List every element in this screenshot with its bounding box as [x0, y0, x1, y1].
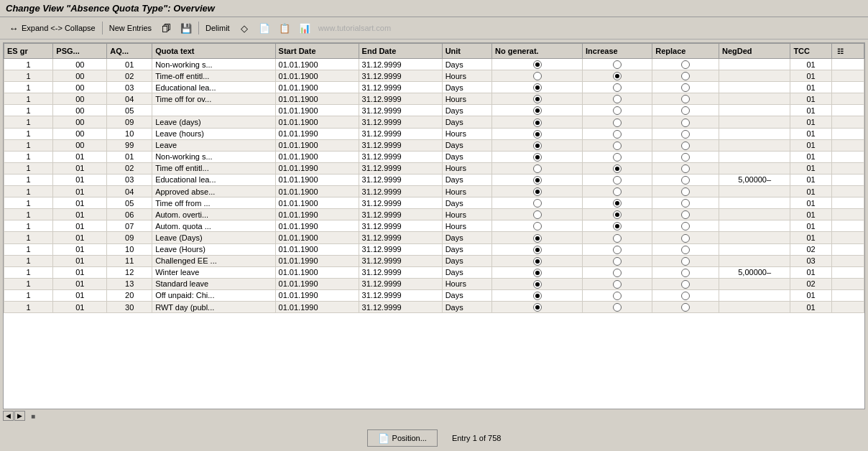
- radio-button[interactable]: [533, 292, 542, 300]
- radio-button[interactable]: [613, 246, 622, 254]
- radio-button[interactable]: [681, 118, 690, 127]
- radio-button[interactable]: [681, 106, 690, 115]
- radio-button[interactable]: [681, 257, 690, 266]
- col-psg[interactable]: PSG...: [53, 44, 107, 59]
- col-settings-icon[interactable]: ☷: [835, 45, 846, 57]
- radio-button[interactable]: [533, 199, 542, 208]
- table-row[interactable]: 10001Non-working s...01.01.190031.12.999…: [4, 59, 864, 70]
- radio-button[interactable]: [613, 257, 622, 266]
- radio-button[interactable]: [681, 141, 690, 150]
- save-icon-button[interactable]: 💾: [177, 20, 195, 36]
- radio-button[interactable]: [533, 303, 542, 312]
- radio-button[interactable]: [613, 141, 622, 150]
- col-increase[interactable]: Increase: [583, 44, 652, 59]
- table-row[interactable]: 10103Educational lea...01.01.190031.12.9…: [4, 174, 864, 185]
- radio-button[interactable]: [533, 269, 542, 277]
- radio-button[interactable]: [613, 164, 622, 173]
- radio-button[interactable]: [533, 187, 542, 196]
- col-tcc[interactable]: TCC: [790, 44, 831, 59]
- radio-button[interactable]: [613, 199, 622, 208]
- radio-button[interactable]: [533, 60, 542, 69]
- radio-button[interactable]: [533, 118, 542, 127]
- radio-button[interactable]: [533, 141, 542, 150]
- table-row[interactable]: 10002Time-off entitl...01.01.190031.12.9…: [4, 70, 864, 82]
- tool2-button[interactable]: 📄: [255, 20, 274, 36]
- col-es-gr[interactable]: ES gr: [4, 44, 53, 59]
- radio-button[interactable]: [613, 280, 622, 289]
- radio-button[interactable]: [533, 130, 542, 139]
- radio-button[interactable]: [681, 303, 690, 312]
- radio-button[interactable]: [681, 176, 690, 185]
- col-quota-text[interactable]: Quota text: [152, 44, 275, 59]
- table-row[interactable]: 10099Leave01.01.190031.12.9999Days01: [4, 139, 864, 151]
- tool1-button[interactable]: ◇: [235, 20, 254, 36]
- tool3-button[interactable]: 📋: [275, 20, 294, 36]
- table-row[interactable]: 10110Leave (Hours)01.01.190031.12.9999Da…: [4, 243, 864, 255]
- table-row[interactable]: 10105Time off from ...01.01.190031.12.99…: [4, 197, 864, 209]
- radio-button[interactable]: [681, 199, 690, 208]
- col-unit[interactable]: Unit: [442, 44, 491, 59]
- radio-button[interactable]: [613, 234, 622, 243]
- radio-button[interactable]: [533, 106, 542, 115]
- scroll-left-arrow[interactable]: ◀: [3, 411, 14, 421]
- radio-button[interactable]: [533, 280, 542, 289]
- radio-button[interactable]: [613, 130, 622, 139]
- col-end-date[interactable]: End Date: [359, 44, 442, 59]
- table-row[interactable]: 10010Leave (hours)01.01.199031.12.9999Ho…: [4, 128, 864, 139]
- radio-button[interactable]: [681, 130, 690, 139]
- radio-button[interactable]: [613, 176, 622, 185]
- col-start-date[interactable]: Start Date: [275, 44, 359, 59]
- radio-button[interactable]: [533, 257, 542, 266]
- radio-button[interactable]: [681, 246, 690, 254]
- radio-button[interactable]: [533, 246, 542, 254]
- table-row[interactable]: 10109Leave (Days)01.01.190031.12.9999Day…: [4, 232, 864, 243]
- radio-button[interactable]: [681, 187, 690, 196]
- table-row[interactable]: 10120Off unpaid: Chi...01.01.199031.12.9…: [4, 289, 864, 301]
- radio-button[interactable]: [681, 269, 690, 277]
- expand-collapse-button[interactable]: ↔ Expand <-> Collapse: [4, 20, 99, 36]
- table-row[interactable]: 10003Educational lea...01.01.190031.12.9…: [4, 82, 864, 93]
- table-row[interactable]: 10101Non-working s...01.01.190031.12.999…: [4, 151, 864, 162]
- radio-button[interactable]: [533, 234, 542, 243]
- table-row[interactable]: 10104Approved abse...01.01.190031.12.999…: [4, 186, 864, 197]
- col-no-generat[interactable]: No generat.: [492, 44, 583, 59]
- table-row[interactable]: 10004Time off for ov...01.01.190031.12.9…: [4, 93, 864, 105]
- radio-button[interactable]: [613, 269, 622, 277]
- radio-button[interactable]: [613, 83, 622, 92]
- radio-button[interactable]: [533, 210, 542, 219]
- table-row[interactable]: 10112Winter leave01.01.190031.12.9999Day…: [4, 266, 864, 278]
- radio-button[interactable]: [681, 72, 690, 80]
- table-row[interactable]: 10106Autom. overti...01.01.199031.12.999…: [4, 209, 864, 220]
- radio-button[interactable]: [533, 72, 542, 80]
- radio-button[interactable]: [613, 222, 622, 231]
- new-entries-button[interactable]: New Entries: [106, 22, 155, 34]
- radio-button[interactable]: [533, 176, 542, 185]
- radio-button[interactable]: [681, 95, 690, 103]
- col-aq[interactable]: AQ...: [107, 44, 152, 59]
- radio-button[interactable]: [681, 222, 690, 231]
- radio-button[interactable]: [681, 60, 690, 69]
- table-row[interactable]: 1000501.01.190031.12.9999Days01: [4, 105, 864, 116]
- radio-button[interactable]: [613, 303, 622, 312]
- radio-button[interactable]: [681, 280, 690, 289]
- table-row[interactable]: 10107Autom. quota ...01.01.199031.12.999…: [4, 220, 864, 232]
- delimit-button[interactable]: Delimit: [202, 22, 234, 34]
- radio-button[interactable]: [613, 210, 622, 219]
- radio-button[interactable]: [533, 164, 542, 173]
- radio-button[interactable]: [681, 234, 690, 243]
- radio-button[interactable]: [681, 164, 690, 173]
- radio-button[interactable]: [681, 83, 690, 92]
- radio-button[interactable]: [681, 292, 690, 300]
- radio-button[interactable]: [613, 60, 622, 69]
- radio-button[interactable]: [613, 153, 622, 162]
- position-button[interactable]: 📄 Position...: [367, 429, 438, 447]
- radio-button[interactable]: [533, 95, 542, 103]
- radio-button[interactable]: [681, 153, 690, 162]
- radio-button[interactable]: [533, 222, 542, 231]
- table-row[interactable]: 10111Challenged EE ...01.01.199031.12.99…: [4, 255, 864, 266]
- radio-button[interactable]: [613, 95, 622, 103]
- radio-button[interactable]: [533, 153, 542, 162]
- radio-button[interactable]: [613, 118, 622, 127]
- radio-button[interactable]: [533, 83, 542, 92]
- col-negded[interactable]: NegDed: [719, 44, 790, 59]
